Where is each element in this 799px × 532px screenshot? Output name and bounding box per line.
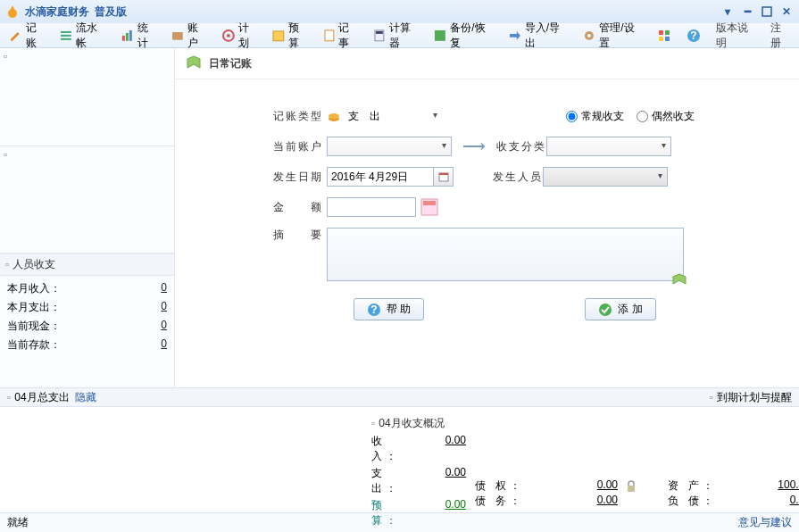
toolbar-account[interactable]: 账户	[165, 19, 213, 53]
mid-bar: ▫ 04月总支出 隐藏 ▫ 到期计划与提醒	[0, 387, 799, 407]
svg-rect-3	[61, 34, 71, 36]
svg-rect-19	[665, 30, 670, 35]
toolbar-backup[interactable]: 备份/恢复	[428, 19, 500, 53]
toolbar-help[interactable]: ?	[681, 27, 709, 45]
bullet-icon: ▫	[710, 391, 713, 403]
maximize-button[interactable]	[760, 4, 774, 19]
svg-rect-15	[435, 29, 445, 40]
calculator-button[interactable]	[420, 197, 439, 217]
svg-rect-29	[423, 201, 436, 205]
calculator-icon	[372, 29, 387, 43]
toolbar-ledger[interactable]: 流水帐	[54, 19, 112, 53]
status-text: 就绪	[7, 515, 29, 530]
hide-link[interactable]: 隐藏	[75, 390, 96, 405]
main-toolbar: 记账 流水帐 统计 账户 计划 预算 记事 计算器 备份/恢复 导入/导出 管理…	[0, 23, 799, 48]
radio-regular[interactable]: 常规收支	[566, 109, 624, 124]
page-title: 日常记账	[209, 56, 252, 71]
wallet-icon	[171, 29, 185, 43]
bullet-icon: ▫	[7, 391, 11, 403]
amount-input[interactable]	[327, 197, 416, 217]
pencil-icon	[9, 29, 23, 43]
content-area: 日常记账 记账类型 支 出 常规收支 偶然收支 当前账户 ⟶ 收支分类	[175, 48, 799, 387]
toolbar-calculator[interactable]: 计算器	[367, 19, 426, 53]
svg-rect-33	[628, 486, 635, 492]
expand-icon[interactable]	[671, 271, 687, 287]
svg-rect-11	[273, 30, 284, 40]
sidebar-row: 当前存款：0	[7, 336, 167, 354]
svg-rect-20	[659, 37, 663, 41]
toolbar-journal[interactable]: 记账	[4, 19, 52, 53]
add-button[interactable]: 添 加	[585, 298, 655, 320]
collapse-icon: ▫	[5, 258, 9, 270]
check-icon	[598, 303, 612, 317]
entry-form: 记账类型 支 出 常规收支 偶然收支 当前账户 ⟶ 收支分类 发生日期	[175, 79, 799, 320]
svg-text:?: ?	[370, 303, 377, 316]
toolbar-import[interactable]: 导入/导出	[503, 19, 575, 53]
collapse-icon[interactable]: ▫	[4, 148, 7, 161]
label-account: 当前账户	[273, 139, 327, 154]
toolbar-notes[interactable]: 记事	[317, 19, 365, 53]
help-icon: ?	[687, 29, 701, 43]
calendar-icon	[271, 29, 286, 43]
help-icon: ?	[367, 303, 381, 317]
label-person: 发生人员	[493, 170, 543, 185]
label-category: 收支分类	[496, 139, 546, 154]
app-title: 水滴家庭财务	[25, 4, 89, 20]
label-summary: 摘 要	[273, 228, 327, 243]
collapse-icon[interactable]: ▫	[4, 50, 7, 62]
svg-rect-1	[762, 7, 771, 16]
label-date: 发生日期	[273, 170, 327, 185]
person-select[interactable]	[543, 167, 668, 187]
app-logo-icon	[5, 4, 20, 19]
date-input[interactable]	[327, 167, 434, 187]
summary-textarea[interactable]	[327, 228, 684, 281]
toolbar-stats[interactable]: 统计	[115, 19, 163, 53]
svg-rect-18	[659, 30, 663, 35]
sidebar-row: 本月收入：0	[7, 279, 167, 298]
toolbar-apps[interactable]	[652, 27, 679, 45]
svg-rect-2	[61, 30, 71, 32]
label-amount: 金 额	[273, 200, 327, 215]
note-icon	[322, 29, 337, 43]
midbar-right: 到期计划与提醒	[717, 390, 792, 405]
book-icon	[186, 55, 202, 71]
sidebar-stats-header[interactable]: ▫人员收支	[0, 254, 174, 276]
target-icon	[221, 29, 236, 43]
toolbar-register[interactable]: 注册	[765, 19, 797, 53]
svg-rect-4	[61, 37, 71, 39]
svg-rect-7	[129, 29, 132, 40]
app-edition: 普及版	[95, 4, 127, 20]
content-header: 日常记账	[175, 48, 799, 79]
svg-rect-27	[439, 173, 448, 175]
category-select[interactable]	[546, 137, 671, 156]
help-button[interactable]: ? 帮 助	[354, 298, 424, 320]
svg-point-10	[227, 33, 230, 37]
lock-icon	[625, 480, 661, 493]
dropdown-icon[interactable]: ▾	[720, 4, 735, 19]
close-button[interactable]: ✕	[779, 4, 794, 19]
grid-icon	[657, 29, 671, 43]
svg-point-32	[599, 303, 612, 316]
gear-icon	[582, 29, 596, 43]
disk-icon	[433, 29, 447, 43]
svg-point-25	[329, 113, 339, 119]
arrow-right-icon: ⟶	[462, 137, 486, 156]
svg-rect-21	[665, 37, 670, 41]
coins-icon	[327, 109, 341, 123]
radio-occasional[interactable]: 偶然收支	[637, 109, 695, 124]
date-picker-button[interactable]	[434, 167, 454, 187]
svg-rect-6	[126, 32, 129, 40]
svg-text:?: ?	[690, 29, 696, 42]
minimize-button[interactable]: ━	[740, 4, 754, 19]
toolbar-settings[interactable]: 管理/设置	[577, 19, 649, 53]
feedback-link[interactable]: 意见与建议	[738, 515, 792, 530]
type-select[interactable]: 支 出	[345, 106, 443, 126]
sidebar-row: 当前现金：0	[7, 317, 167, 336]
toolbar-plan[interactable]: 计划	[216, 19, 264, 53]
toolbar-version[interactable]: 版本说明	[711, 19, 763, 53]
toolbar-budget[interactable]: 预算	[266, 19, 314, 53]
sidebar-stats: 本月收入：0 本月支出：0 当前现金：0 当前存款：0	[0, 276, 174, 358]
sidebar-row: 本月支出：0	[7, 298, 167, 317]
svg-rect-12	[325, 29, 334, 40]
account-select[interactable]	[327, 137, 452, 156]
